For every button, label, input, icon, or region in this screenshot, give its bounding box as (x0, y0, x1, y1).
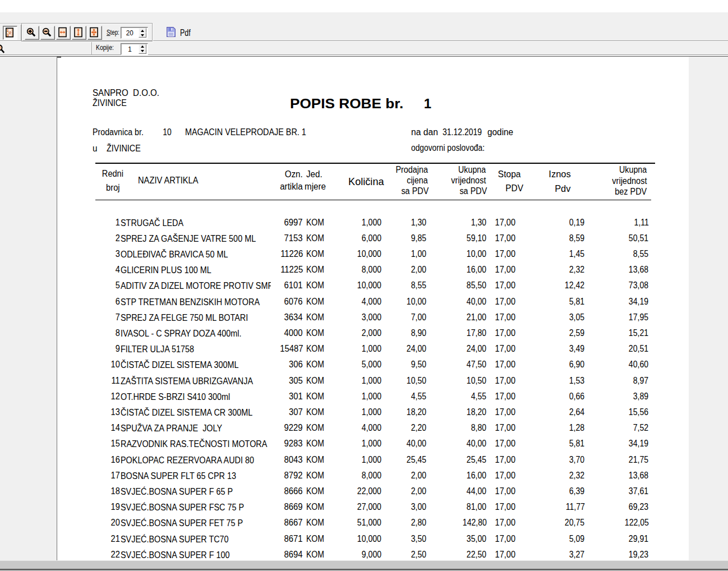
svg-text:3: 3 (7, 33, 9, 37)
